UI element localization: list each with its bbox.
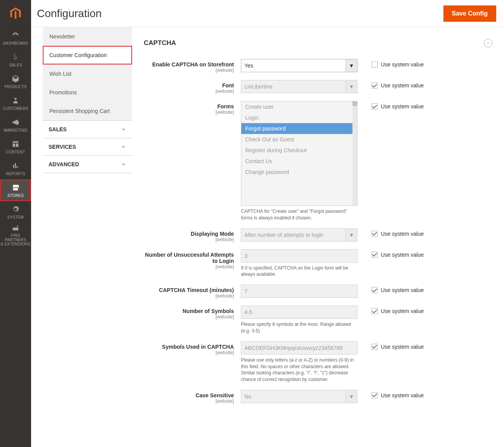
nav-label: SYSTEM [7,215,24,219]
font-select: LinLibertine ▼ [241,80,358,93]
section-title: CAPTCHA [144,39,176,47]
use-system-value-checkbox[interactable] [371,103,378,110]
nav-customers[interactable]: CUSTOMERS [0,92,31,114]
forms-option: Check Out as Guest [241,134,357,145]
field-case-sensitive: Case Sensitive [website] No ▼ Use system… [144,390,492,404]
use-system-value-label: Use system value [381,287,424,293]
dropdown-arrow-icon: ▼ [345,390,357,403]
nav-partners[interactable]: FIND PARTNERS & EXTENSIONS [0,223,31,246]
forms-option: Change password [241,167,357,177]
nav-content[interactable]: CONTENT [0,136,31,158]
field-scope: [website] [144,237,234,242]
nav-label: DASHBOARD [3,41,28,45]
field-label: Case Sensitive [195,392,234,398]
field-symbols-used: Symbols Used in CAPTCHA [website] ABCDEF… [144,341,492,383]
field-help: CAPTCHA for "Create user" and "Forgot pa… [241,208,358,221]
field-scope: [website] [144,398,234,404]
field-scope: [website] [144,314,234,320]
field-label: Forms [217,103,234,110]
forms-option: Login [241,112,357,123]
nav-system[interactable]: SYSTEM [0,201,31,223]
scrollbar-track [352,101,357,205]
field-help: Please specify 8 symbols at the most. Ra… [241,321,358,334]
collapse-section-button[interactable] [484,39,492,47]
use-system-value-checkbox[interactable] [371,392,378,398]
field-forms: Forms [website] Create user Login Forgot… [144,101,492,221]
field-enable-captcha: Enable CAPTCHA on Storefront [website] Y… [144,59,492,73]
field-label: Enable CAPTCHA on Storefront [152,61,234,68]
field-help: Please use only letters (a-z or A-Z) or … [241,357,358,383]
use-system-value-checkbox[interactable] [371,344,378,350]
scrollbar-thumb [352,101,357,106]
dropdown-arrow-icon: ▼ [345,59,357,72]
sidebar-item-promotions[interactable]: Promotions [43,83,132,102]
field-label: Font [222,82,234,89]
field-label: Number of Unsuccessful Attempts to Login [145,252,234,264]
sidebar-item-wish-list[interactable]: Wish List [43,64,132,83]
field-label: Number of Symbols [183,308,234,314]
use-system-value-label: Use system value [381,103,424,110]
nav-label: SALES [9,63,22,67]
field-displaying-mode: Displaying Mode [website] After number o… [144,228,492,242]
nav-label: REPORTS [6,172,25,176]
nav-marketing[interactable]: MARKETING [0,114,31,136]
forms-multiselect: Create user Login Forgot password Check … [241,101,358,206]
use-system-value-label: Use system value [381,344,424,350]
sidebar-item-customer-configuration[interactable]: Customer Configuration [43,46,132,64]
nav-reports[interactable]: REPORTS [0,158,31,179]
chevron-down-icon [121,144,126,150]
timeout-input: 7 [241,285,358,298]
sidebar-section-sales[interactable]: SALES [43,120,132,138]
use-system-value-label: Use system value [381,252,424,258]
sidebar-section-advanced[interactable]: ADVANCED [43,155,132,173]
field-scope: [website] [144,350,234,355]
input-value: ABCDEFGHJKMnpqrstuvwxyz23456789 [244,345,343,351]
field-attempts: Number of Unsuccessful Attempts to Login… [144,249,492,278]
field-timeout: CAPTCHA Timeout (minutes) [website] 7 Us… [144,285,492,299]
nav-label: FIND PARTNERS & EXTENSIONS [0,233,31,246]
forms-option: Create user [241,101,357,112]
dropdown-arrow-icon: ▼ [345,229,357,241]
chevron-down-icon [121,162,126,167]
use-system-value-label: Use system value [381,61,424,68]
admin-nav: DASHBOARD SALES PRODUCTS CUSTOMERS MARKE… [0,0,31,447]
use-system-value-label: Use system value [381,231,424,237]
symbols-used-input: ABCDEFGHJKMnpqrstuvwxyz23456789 [241,341,358,355]
field-scope: [website] [144,110,234,115]
use-system-value-checkbox[interactable] [371,252,378,258]
use-system-value-checkbox[interactable] [371,61,378,68]
attempts-input: 3 [241,249,358,263]
use-system-value-checkbox[interactable] [371,231,378,237]
save-config-button[interactable]: Save Config [443,5,496,22]
use-system-value-checkbox[interactable] [371,82,378,89]
nav-products[interactable]: PRODUCTS [0,71,31,92]
chevron-down-icon [121,127,126,132]
forms-option: Contact Us [241,156,357,167]
input-value: 7 [244,288,248,294]
nav-label: STORES [7,193,24,198]
select-value: Yes [244,63,253,69]
field-symbols-count: Number of Symbols [website] 4-5 Please s… [144,306,492,334]
nav-label: PRODUCTS [4,85,27,89]
field-scope: [website] [144,293,234,299]
field-scope: [website] [144,68,234,73]
forms-option: Register during Checkout [241,145,357,156]
nav-sales[interactable]: SALES [0,49,31,71]
displaying-mode-select: After number of attempts to login ▼ [241,228,358,242]
field-font: Font [website] LinLibertine ▼ Use system… [144,80,492,94]
dropdown-arrow-icon: ▼ [345,80,357,93]
input-value: 3 [244,253,248,259]
nav-dashboard[interactable]: DASHBOARD [0,27,31,49]
nav-stores[interactable]: STORES [0,179,31,201]
use-system-value-label: Use system value [381,308,424,314]
use-system-value-checkbox[interactable] [371,308,378,314]
select-value: After number of attempts to login [244,232,323,238]
nav-label: CUSTOMERS [3,106,28,111]
nav-label: MARKETING [3,128,27,132]
page-header: Configuration Save Config [31,0,504,27]
enable-captcha-select[interactable]: Yes ▼ [241,59,358,72]
sidebar-item-persistent-shopping-cart[interactable]: Persistent Shopping Cart [43,102,132,120]
use-system-value-checkbox[interactable] [371,287,378,293]
sidebar-section-services[interactable]: SERVICES [43,138,132,155]
sidebar-item-newsletter[interactable]: Newsletter [43,27,132,46]
